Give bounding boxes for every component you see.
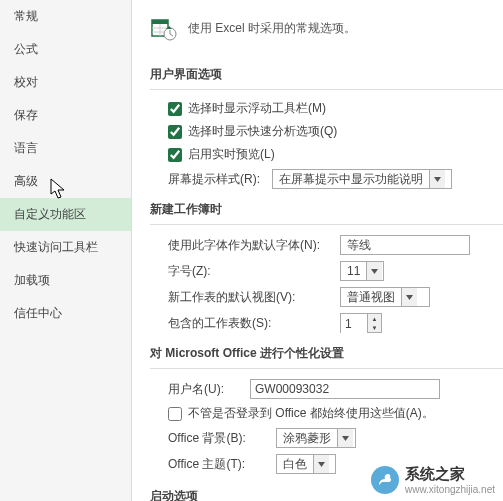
section-ui-options: 用户界面选项 <box>150 60 503 90</box>
chk-always-use[interactable] <box>168 407 182 421</box>
sidebar-item-trust-center[interactable]: 信任中心 <box>0 297 131 330</box>
sheet-count-label: 包含的工作表数(S): <box>168 315 328 332</box>
default-font-select[interactable]: 等线 <box>340 235 470 255</box>
chk-quick-analysis[interactable] <box>168 125 182 139</box>
watermark-icon <box>371 466 399 494</box>
chk-quick-analysis-label: 选择时显示快速分析选项(Q) <box>188 123 337 140</box>
username-label: 用户名(U): <box>168 381 238 398</box>
tip-style-value: 在屏幕提示中显示功能说明 <box>273 171 429 188</box>
sidebar-item-language[interactable]: 语言 <box>0 132 131 165</box>
sheet-count-spinner[interactable]: ▲▼ <box>340 313 382 333</box>
office-theme-select[interactable]: 白色 <box>276 454 336 474</box>
section-personalize: 对 Microsoft Office 进行个性化设置 <box>150 339 503 369</box>
default-view-value: 普通视图 <box>341 289 401 306</box>
font-size-select[interactable]: 11 <box>340 261 384 281</box>
sidebar-item-general[interactable]: 常规 <box>0 0 131 33</box>
sidebar-item-formulas[interactable]: 公式 <box>0 33 131 66</box>
watermark-url: www.xitongzhijia.net <box>405 484 495 495</box>
chk-live-preview-label: 启用实时预览(L) <box>188 146 275 163</box>
watermark: 系统之家 www.xitongzhijia.net <box>371 465 495 495</box>
font-size-value: 11 <box>341 264 366 278</box>
chk-always-use-label: 不管是否登录到 Office 都始终使用这些值(A)。 <box>188 405 434 422</box>
tip-style-select[interactable]: 在屏幕提示中显示功能说明 <box>272 169 452 189</box>
sidebar: 常规 公式 校对 保存 语言 高级 自定义功能区 快速访问工具栏 加载项 信任中… <box>0 0 132 501</box>
office-bg-value: 涂鸦菱形 <box>277 430 337 447</box>
sidebar-item-customize-ribbon[interactable]: 自定义功能区 <box>0 198 131 231</box>
office-bg-label: Office 背景(B): <box>168 430 264 447</box>
sheet-count-value[interactable] <box>341 314 367 334</box>
watermark-title: 系统之家 <box>405 465 495 484</box>
chevron-down-icon <box>429 170 445 188</box>
chevron-down-icon <box>366 262 382 280</box>
excel-options-icon <box>150 14 178 42</box>
tip-style-label: 屏幕提示样式(R): <box>168 171 260 188</box>
default-view-select[interactable]: 普通视图 <box>340 287 430 307</box>
main-panel: 使用 Excel 时采用的常规选项。 用户界面选项 选择时显示浮动工具栏(M) … <box>132 0 503 501</box>
spinner-up-icon[interactable]: ▲ <box>368 314 381 323</box>
username-input[interactable] <box>250 379 440 399</box>
chk-live-preview[interactable] <box>168 148 182 162</box>
office-theme-value: 白色 <box>277 456 313 473</box>
header-text: 使用 Excel 时采用的常规选项。 <box>188 20 356 37</box>
sidebar-item-proofing[interactable]: 校对 <box>0 66 131 99</box>
svg-rect-1 <box>152 20 168 24</box>
chk-floating-toolbar[interactable] <box>168 102 182 116</box>
font-size-label: 字号(Z): <box>168 263 328 280</box>
sidebar-item-save[interactable]: 保存 <box>0 99 131 132</box>
chevron-down-icon <box>401 288 417 306</box>
chevron-down-icon <box>337 429 353 447</box>
office-bg-select[interactable]: 涂鸦菱形 <box>276 428 356 448</box>
sidebar-item-advanced[interactable]: 高级 <box>0 165 131 198</box>
default-view-label: 新工作表的默认视图(V): <box>168 289 328 306</box>
chk-floating-toolbar-label: 选择时显示浮动工具栏(M) <box>188 100 326 117</box>
sidebar-item-addins[interactable]: 加载项 <box>0 264 131 297</box>
section-new-workbook: 新建工作簿时 <box>150 195 503 225</box>
default-font-label: 使用此字体作为默认字体(N): <box>168 237 328 254</box>
sidebar-item-quick-access[interactable]: 快速访问工具栏 <box>0 231 131 264</box>
spinner-down-icon[interactable]: ▼ <box>368 323 381 332</box>
default-font-value: 等线 <box>341 237 377 254</box>
chevron-down-icon <box>313 455 329 473</box>
office-theme-label: Office 主题(T): <box>168 456 264 473</box>
